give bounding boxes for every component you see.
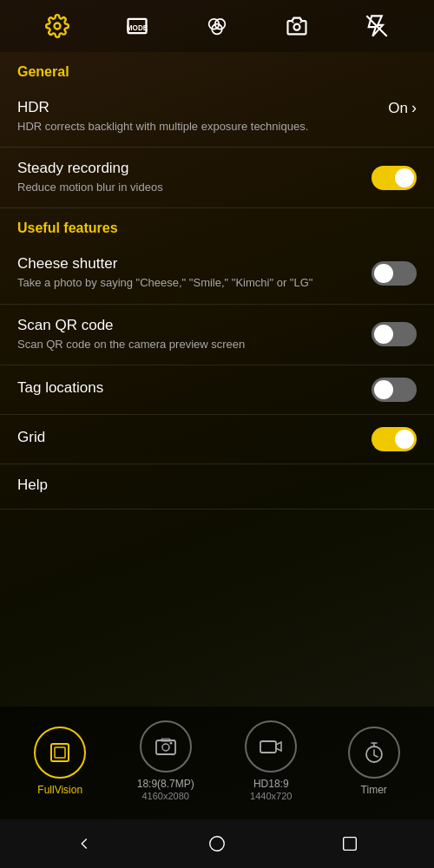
svg-point-16 (210, 837, 225, 852)
cheese-shutter-toggle[interactable] (372, 261, 417, 286)
home-button[interactable] (205, 832, 229, 856)
hd-18-9-icon-circle (245, 720, 297, 773)
grid-toggle[interactable] (372, 427, 417, 451)
svg-text:MODE: MODE (127, 24, 148, 32)
camera-modes: FullVision 18:9(8.7MP) 4160x2080 (9, 720, 425, 811)
help-setting[interactable]: Help (0, 464, 434, 510)
tag-locations-knob (374, 380, 393, 399)
grid-knob (395, 430, 414, 449)
system-navigation (0, 819, 434, 868)
steady-recording-title: Steady recording (17, 160, 358, 177)
hdr-chevron: › (411, 99, 417, 117)
svg-point-6 (294, 24, 300, 30)
cheese-shutter-setting[interactable]: Cheese shutter Take a photo by saying "C… (0, 243, 434, 304)
tag-locations-toggle[interactable] (372, 378, 417, 402)
timer-icon-circle (348, 727, 400, 779)
timer-label: Timer (361, 784, 387, 796)
tag-locations-title: Tag locations (17, 379, 358, 397)
gear-icon[interactable] (42, 10, 73, 42)
svg-point-13 (169, 741, 172, 744)
svg-rect-17 (344, 838, 357, 851)
scan-qr-toggle[interactable] (372, 322, 417, 346)
steady-recording-toggle[interactable] (372, 166, 417, 190)
svg-rect-10 (156, 740, 175, 754)
cheese-shutter-knob (374, 264, 393, 283)
bottom-bar: FullVision 18:9(8.7MP) 4160x2080 (0, 707, 434, 819)
fullvision-mode[interactable]: FullVision (34, 727, 86, 796)
svg-point-11 (162, 744, 169, 751)
back-button[interactable] (72, 832, 96, 856)
hdr-setting[interactable]: HDR HDR corrects backlight with multiple… (0, 87, 434, 148)
18-9-8mp-sublabel: 4160x2080 (137, 790, 194, 802)
scan-qr-knob (374, 325, 393, 344)
svg-rect-8 (51, 744, 69, 761)
mode-icon[interactable]: MODE (122, 10, 153, 42)
grid-title: Grid (17, 429, 358, 446)
camera-flip-icon[interactable] (281, 10, 312, 42)
settings-container: General HDR HDR corrects backlight with … (0, 52, 434, 707)
fullvision-label: FullVision (37, 784, 82, 796)
hd-18-9-mode[interactable]: HD18:9 1440x720 (245, 720, 297, 802)
cheese-shutter-description: Take a photo by saying "Cheese," "Smile,… (17, 275, 358, 291)
steady-recording-knob (395, 168, 414, 187)
tag-locations-setting[interactable]: Tag locations (0, 365, 434, 415)
color-mode-icon[interactable] (201, 10, 233, 42)
help-title: Help (17, 477, 403, 494)
18-9-8mp-mode[interactable]: 18:9(8.7MP) 4160x2080 (137, 720, 194, 802)
useful-features-section-header: Useful features (0, 208, 434, 243)
steady-recording-description: Reduce motion blur in videos (17, 180, 358, 195)
svg-rect-14 (260, 741, 276, 753)
hdr-description: HDR corrects backlight with multiple exp… (17, 119, 374, 135)
scan-qr-description: Scan QR code on the camera preview scree… (17, 337, 358, 352)
top-navigation: MODE (0, 0, 434, 52)
grid-setting[interactable]: Grid (0, 415, 434, 464)
scan-qr-title: Scan QR code (17, 317, 358, 334)
svg-point-0 (55, 23, 61, 30)
hdr-title: HDR (17, 99, 374, 116)
scan-qr-setting[interactable]: Scan QR code Scan QR code on the camera … (0, 305, 434, 365)
18-9-8mp-icon-circle (140, 720, 192, 773)
flash-off-icon[interactable] (361, 10, 392, 42)
recent-button[interactable] (338, 832, 362, 856)
18-9-8mp-label: 18:9(8.7MP) (137, 778, 194, 790)
timer-mode[interactable]: Timer (348, 727, 400, 796)
general-section-header: General (0, 52, 434, 87)
svg-rect-9 (55, 747, 65, 758)
cheese-shutter-title: Cheese shutter (17, 255, 358, 273)
fullvision-icon-circle (34, 727, 86, 779)
steady-recording-setting[interactable]: Steady recording Reduce motion blur in v… (0, 148, 434, 208)
hd-18-9-label: HD18:9 (250, 778, 292, 790)
hd-18-9-sublabel: 1440x720 (250, 790, 292, 802)
hdr-value[interactable]: On › (388, 99, 417, 117)
